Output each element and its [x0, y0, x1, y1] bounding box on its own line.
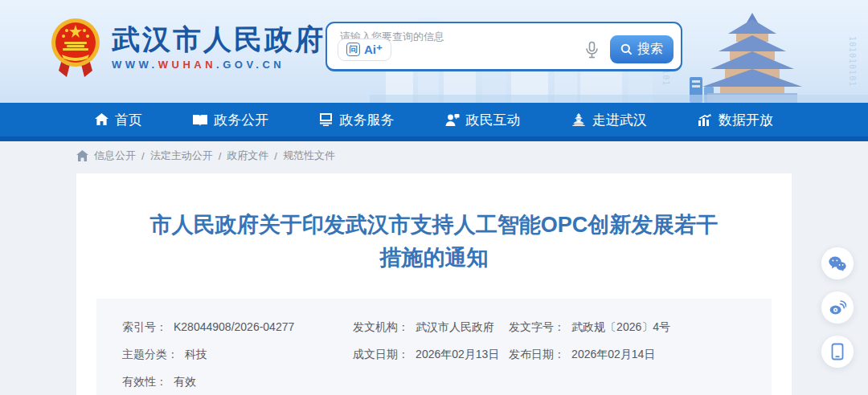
- document-card: 市人民政府关于印发武汉市支持人工智能OPC创新发展若干措施的通知 索引号：K28…: [76, 173, 792, 395]
- wechat-icon: [829, 256, 846, 271]
- nav-bottom-strip: [0, 136, 868, 141]
- nav-item-interaction[interactable]: 政民互动: [445, 111, 521, 129]
- nav-item-home[interactable]: 首页: [95, 111, 142, 129]
- breadcrumb-separator: /: [141, 150, 145, 162]
- meta-index-number: 索引号：K28044908/2026-04277: [122, 320, 353, 335]
- hot-search-row: 热搜词： 医保家庭共济 生育津贴 公积金 创业补贴 低保 灵活就业登记: [651, 101, 868, 103]
- breadcrumb: 信息公开 / 法定主动公开 / 政府文件 / 规范性文件: [76, 149, 868, 163]
- yellow-crane-tower: [702, 13, 802, 103]
- weibo-share-button[interactable]: [821, 291, 854, 324]
- chart-icon: [698, 113, 712, 126]
- book-icon: [193, 114, 207, 126]
- nav-item-about-wuhan[interactable]: 走进武汉: [571, 111, 647, 129]
- breadcrumb-item[interactable]: 法定主动公开: [150, 149, 213, 163]
- nav-item-gov-services[interactable]: 政务服务: [319, 111, 394, 129]
- nav-item-open-data[interactable]: 数据开放: [698, 111, 773, 129]
- person-chat-icon: [445, 113, 460, 126]
- breadcrumb-separator: /: [219, 150, 222, 162]
- main-nav: 首页 政务公开 政务服务 政民互动: [0, 103, 868, 136]
- ask-ai-icon: 问: [346, 43, 360, 56]
- site-header: 10101010101 101010101: [0, 0, 868, 103]
- breadcrumb-home-icon[interactable]: [76, 150, 88, 161]
- document-meta-panel: 索引号：K28044908/2026-04277 发文机构：武汉市人民政府 发文…: [96, 299, 772, 395]
- breadcrumb-item[interactable]: 政府文件: [227, 149, 268, 163]
- floating-share-tools: [821, 247, 854, 368]
- search-button[interactable]: 搜索: [610, 35, 674, 63]
- document-title: 市人民政府关于印发武汉市支持人工智能OPC创新发展若干措施的通知: [141, 209, 727, 275]
- microphone-icon[interactable]: [585, 41, 599, 59]
- meta-written-date: 成文日期：2026年02月13日: [353, 348, 509, 362]
- hot-search-link[interactable]: 公积金: [832, 102, 863, 103]
- search-icon: [620, 43, 633, 55]
- search-area: 问 Ai⁺ 搜索: [326, 22, 682, 71]
- site-url: WWW.WUHAN.GOV.CN: [112, 59, 326, 71]
- site-title: 武汉市人民政府: [112, 24, 326, 55]
- breadcrumb-separator: /: [274, 150, 277, 162]
- monitor-icon: [319, 113, 333, 126]
- breadcrumb-item[interactable]: 规范性文件: [283, 149, 335, 163]
- page: { "header": { "site_title": "武汉市人民政府", "…: [0, 0, 868, 395]
- meta-topic-category: 主题分类：科技: [122, 348, 353, 362]
- site-logo[interactable]: 武汉市人民政府 WWW.WUHAN.GOV.CN: [51, 18, 326, 77]
- hot-search-label: 热搜词：: [651, 102, 693, 103]
- meta-publish-date: 发布日期：2026年02月14日: [509, 348, 746, 362]
- wechat-share-button[interactable]: [821, 247, 854, 279]
- svg-text:101010101: 101010101: [848, 36, 857, 87]
- national-emblem-icon: [51, 18, 100, 77]
- weibo-icon: [829, 300, 846, 316]
- mobile-version-button[interactable]: [821, 336, 854, 368]
- home-icon: [95, 113, 108, 126]
- hot-search-link[interactable]: 医保家庭共济: [701, 102, 764, 103]
- hot-search-link[interactable]: 生育津贴: [776, 102, 818, 103]
- search-box: 问 Ai⁺ 搜索: [326, 22, 682, 71]
- pagoda-icon: [571, 113, 586, 126]
- meta-validity: 有效性：有效: [122, 375, 353, 389]
- meta-document-number: 发文字号：武政规〔2026〕4号: [509, 320, 746, 335]
- nav-item-gov-info[interactable]: 政务公开: [193, 111, 268, 129]
- ask-ai-button[interactable]: 问 Ai⁺: [338, 39, 391, 61]
- meta-issuing-agency: 发文机构：武汉市人民政府: [353, 320, 509, 335]
- mobile-phone-icon: [831, 343, 844, 360]
- breadcrumb-item[interactable]: 信息公开: [94, 149, 136, 163]
